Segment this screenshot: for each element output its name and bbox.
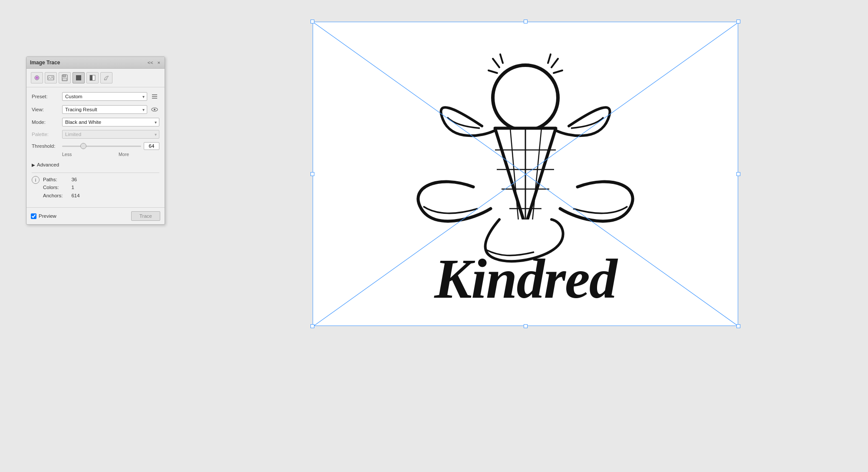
panel-controls: << × (147, 60, 161, 65)
panel-collapse-button[interactable]: << (147, 60, 154, 65)
view-eye-icon[interactable] (150, 105, 159, 114)
bottom-row: Preview Trace (26, 207, 165, 224)
palette-label: Palette: (32, 132, 62, 137)
preview-checkbox-label[interactable]: Preview (31, 213, 56, 219)
panel-close-button[interactable]: × (157, 60, 161, 65)
threshold-hints: Less More (32, 152, 159, 160)
canvas-area: Kindred (191, 22, 859, 326)
form-area: Preset: Custom Default Auto Color High C… (26, 87, 165, 207)
anchors-label: Anchors: (43, 192, 63, 199)
artwork-background: Kindred (313, 22, 738, 326)
contrast-icon[interactable] (86, 72, 99, 83)
svg-rect-2 (48, 76, 54, 80)
mode-select[interactable]: Black and White Color Grayscale (62, 118, 159, 126)
info-stats: Paths: 36 Colors: 1 Anchors: 614 (43, 176, 91, 199)
preset-select-wrapper: Custom Default Auto Color High Color Low… (62, 92, 147, 101)
svg-rect-7 (76, 75, 81, 80)
image-trace-panel: Image Trace << × (26, 57, 165, 225)
palette-row: Palette: Limited ▾ (32, 130, 159, 139)
svg-text:Kindred: Kindred (434, 247, 618, 310)
view-select[interactable]: Tracing Result Source Image Outlines Out… (62, 105, 147, 114)
preview-checkbox[interactable] (31, 213, 36, 219)
palette-select[interactable]: Limited (62, 130, 159, 139)
advanced-row[interactable]: ▶ Advanced (32, 160, 159, 171)
mode-select-wrapper: Black and White Color Grayscale ▾ (62, 118, 159, 126)
save-icon[interactable] (59, 72, 71, 83)
paths-label: Paths: (43, 176, 63, 183)
photo-icon[interactable] (45, 72, 57, 83)
info-row: i Paths: 36 Colors: 1 Anchors: 614 (32, 173, 159, 203)
view-select-wrapper: Tracing Result Source Image Outlines Out… (62, 105, 147, 114)
preset-row: Preset: Custom Default Auto Color High C… (32, 92, 159, 101)
info-icon: i (32, 176, 40, 184)
auto-color-icon[interactable] (31, 72, 43, 83)
svg-rect-5 (63, 75, 66, 77)
svg-point-23 (493, 65, 558, 130)
panel-titlebar: Image Trace << × (26, 57, 165, 69)
advanced-triangle-icon: ▶ (32, 163, 35, 167)
paths-value: 36 (71, 176, 91, 183)
artwork-container[interactable]: Kindred (313, 22, 738, 326)
preset-label: Preset: (32, 94, 62, 99)
svg-point-1 (36, 77, 38, 79)
svg-rect-6 (63, 78, 67, 80)
colors-label: Colors: (43, 183, 63, 191)
threshold-slider[interactable] (62, 146, 141, 147)
svg-point-15 (154, 109, 155, 110)
preset-select[interactable]: Custom Default Auto Color High Color Low… (62, 92, 147, 101)
mode-label: Mode: (32, 120, 62, 125)
advanced-label: Advanced (37, 162, 59, 167)
dark-mode-icon[interactable] (73, 72, 85, 83)
threshold-hint-more: More (119, 152, 129, 157)
sketch-icon[interactable] (100, 72, 112, 83)
preset-menu-icon[interactable] (150, 92, 159, 101)
anchors-value: 614 (71, 192, 91, 199)
toolbar-row (26, 69, 165, 87)
view-row: View: Tracing Result Source Image Outlin… (32, 105, 159, 114)
threshold-hint-less: Less (62, 152, 72, 157)
trace-button[interactable]: Trace (131, 211, 160, 221)
palette-select-wrapper: Limited ▾ (62, 130, 159, 139)
threshold-label: Threshold: (32, 143, 62, 149)
threshold-value[interactable]: 64 (144, 142, 159, 150)
colors-value: 1 (71, 183, 91, 191)
preview-label: Preview (39, 213, 56, 219)
threshold-row: Threshold: 64 (32, 142, 159, 150)
panel-title: Image Trace (30, 60, 60, 66)
view-label: View: (32, 107, 62, 112)
svg-rect-9 (90, 75, 92, 80)
artwork-svg: Kindred (313, 22, 738, 326)
mode-row: Mode: Black and White Color Grayscale ▾ (32, 118, 159, 126)
